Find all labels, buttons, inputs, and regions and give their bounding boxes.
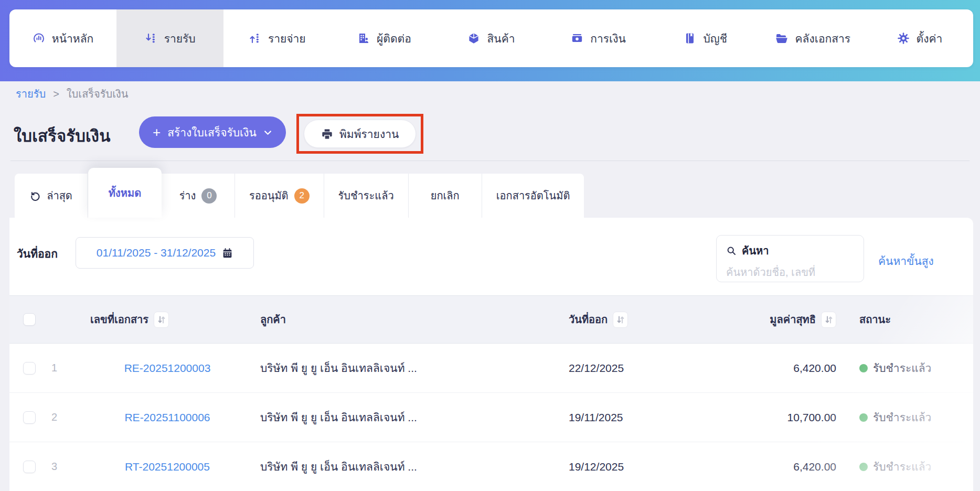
products-icon bbox=[467, 32, 480, 45]
nav-item-accounting[interactable]: บัญชี bbox=[652, 9, 759, 67]
tab-latest[interactable]: ล่าสุด bbox=[15, 174, 88, 218]
document-link[interactable]: RT-20251200005 bbox=[125, 461, 210, 473]
print-report-label: พิมพ์รายงาน bbox=[339, 125, 399, 143]
nav-item-label: รายจ่าย bbox=[268, 30, 306, 47]
net-value: 10,700.00 bbox=[679, 411, 836, 424]
customer-name: บริษัท พี ยู ยู เอ็น อินเทลลิเจนท์ ... bbox=[254, 359, 569, 377]
tab-label: รับชำระแล้ว bbox=[338, 187, 394, 204]
row-checkbox[interactable] bbox=[23, 411, 36, 424]
nav-item-settings[interactable]: ตั้งค่า bbox=[866, 9, 973, 67]
status-dot-icon bbox=[859, 463, 868, 471]
date-range-value: 01/11/2025 - 31/12/2025 bbox=[97, 247, 216, 259]
header-net-value: มูลค่าสุทธิ bbox=[770, 311, 816, 328]
table-header-row: เลขที่เอกสาร ลูกค้า วันที่ออก มูลค่าสุทธ… bbox=[9, 295, 973, 344]
tab-label: เอกสารอัตโนมัติ bbox=[496, 187, 570, 204]
net-value: 6,420.00 bbox=[679, 362, 836, 375]
nav-item-label: ตั้งค่า bbox=[917, 30, 943, 47]
issue-date: 22/12/2025 bbox=[569, 362, 679, 375]
tab-all[interactable]: ทั้งหมด bbox=[88, 168, 162, 218]
nav-item-documents[interactable]: คลังเอกสาร bbox=[759, 9, 866, 67]
accounting-icon bbox=[684, 32, 696, 45]
status-badge: รับชำระแล้ว bbox=[836, 359, 960, 377]
header-doc-no: เลขที่เอกสาร bbox=[90, 311, 148, 328]
advanced-search-link[interactable]: ค้นหาขั้นสูง bbox=[878, 252, 934, 270]
nav-item-label: ผู้ติดต่อ bbox=[377, 30, 411, 47]
sort-icon[interactable] bbox=[613, 312, 628, 328]
document-link[interactable]: RE-20251200003 bbox=[124, 362, 211, 375]
nav-item-label: สินค้า bbox=[487, 30, 515, 47]
header-status: สถานะ bbox=[836, 311, 960, 328]
status-badge: รับชำระแล้ว bbox=[836, 409, 960, 426]
nav-item-finance[interactable]: การเงิน bbox=[545, 9, 652, 67]
row-number: 3 bbox=[46, 461, 81, 473]
draft-count-badge: 0 bbox=[201, 188, 217, 204]
row-checkbox[interactable] bbox=[23, 362, 36, 375]
select-all-checkbox[interactable] bbox=[23, 313, 36, 326]
status-label: รับชำระแล้ว bbox=[873, 359, 931, 377]
page-title: ใบเสร็จรับเงิน bbox=[14, 123, 111, 149]
contacts-icon bbox=[357, 32, 370, 45]
nav-item-expense[interactable]: รายจ่าย bbox=[223, 9, 331, 67]
status-label: รับชำระแล้ว bbox=[873, 458, 931, 475]
nav-item-contacts[interactable]: ผู้ติดต่อ bbox=[331, 9, 438, 67]
customer-name: บริษัท พี ยู ยู เอ็น อินเทลลิเจนท์ ... bbox=[254, 409, 569, 426]
breadcrumb-current: ใบเสร็จรับเงิน bbox=[67, 86, 129, 102]
main-nav: หน้าหลัก รายรับ รายจ่าย ผู้ติดต่อ สินค้า… bbox=[9, 9, 973, 67]
expense-icon bbox=[249, 32, 261, 45]
search-label: ค้นหา bbox=[742, 242, 769, 259]
tab-draft[interactable]: ร่าง 0 bbox=[162, 174, 235, 218]
print-report-button[interactable]: พิมพ์รายงาน bbox=[304, 120, 416, 148]
documents-icon bbox=[775, 32, 789, 45]
search-input[interactable]: ค้นหา ค้นหาด้วยชื่อ, เลขที่ bbox=[716, 235, 864, 282]
section-divider bbox=[10, 161, 970, 161]
tab-cancelled[interactable]: ยกเลิก bbox=[409, 174, 482, 218]
nav-item-label: คลังเอกสาร bbox=[795, 30, 851, 47]
issue-date: 19/12/2025 bbox=[569, 461, 679, 473]
pending-count-badge: 2 bbox=[294, 188, 310, 204]
chevron-down-icon bbox=[263, 128, 272, 137]
nav-item-home[interactable]: หน้าหลัก bbox=[9, 9, 116, 67]
tab-pending-approval[interactable]: รออนุมัติ 2 bbox=[235, 174, 324, 218]
tab-label: ทั้งหมด bbox=[109, 185, 141, 201]
table-row: 2 RE-20251100006 บริษัท พี ยู ยู เอ็น อิ… bbox=[9, 393, 973, 442]
breadcrumb-separator: > bbox=[53, 88, 59, 100]
status-label: รับชำระแล้ว bbox=[873, 409, 931, 426]
sort-icon[interactable] bbox=[821, 312, 836, 328]
income-icon bbox=[145, 32, 157, 45]
status-dot-icon bbox=[859, 364, 868, 372]
printer-icon bbox=[321, 128, 333, 140]
status-dot-icon bbox=[859, 413, 868, 422]
breadcrumb: รายรับ > ใบเสร็จรับเงิน bbox=[16, 86, 129, 102]
nav-item-label: บัญชี bbox=[703, 30, 727, 47]
tab-label: ร่าง bbox=[179, 187, 196, 204]
nav-item-income[interactable]: รายรับ bbox=[116, 9, 223, 67]
documents-table: เลขที่เอกสาร ลูกค้า วันที่ออก มูลค่าสุทธ… bbox=[9, 295, 973, 491]
tab-bar: ล่าสุด ทั้งหมด ร่าง 0 รออนุมัติ 2 รับชำร… bbox=[15, 168, 584, 218]
header-customer: ลูกค้า bbox=[254, 311, 569, 328]
create-receipt-button[interactable]: + สร้างใบเสร็จรับเงิน bbox=[139, 116, 286, 148]
row-number: 1 bbox=[46, 362, 81, 374]
date-range-input[interactable]: 01/11/2025 - 31/12/2025 bbox=[76, 237, 254, 269]
tab-auto-documents[interactable]: เอกสารอัตโนมัติ bbox=[482, 174, 584, 218]
customer-name: บริษัท พี ยู ยู เอ็น อินเทลลิเจนท์ ... bbox=[254, 458, 569, 475]
create-receipt-label: สร้างใบเสร็จรับเงิน bbox=[167, 124, 257, 141]
plus-icon: + bbox=[153, 125, 161, 139]
table-row: 3 RT-20251200005 บริษัท พี ยู ยู เอ็น อิ… bbox=[9, 442, 973, 491]
row-number: 2 bbox=[46, 411, 81, 423]
history-icon bbox=[30, 190, 41, 201]
breadcrumb-parent-link[interactable]: รายรับ bbox=[16, 86, 46, 102]
sort-icon[interactable] bbox=[154, 312, 169, 328]
nav-item-label: การเงิน bbox=[590, 30, 626, 47]
table-row: 1 RE-20251200003 บริษัท พี ยู ยู เอ็น อิ… bbox=[9, 344, 973, 393]
issue-date-filter-label: วันที่ออก bbox=[17, 245, 58, 262]
row-checkbox[interactable] bbox=[23, 461, 36, 473]
tab-label: รออนุมัติ bbox=[249, 187, 289, 204]
tab-paid[interactable]: รับชำระแล้ว bbox=[324, 174, 409, 218]
nav-item-products[interactable]: สินค้า bbox=[438, 9, 545, 67]
content-card: วันที่ออก 01/11/2025 - 31/12/2025 ค้นหา … bbox=[9, 218, 973, 491]
document-link[interactable]: RE-20251100006 bbox=[124, 411, 210, 424]
calendar-icon bbox=[222, 248, 233, 259]
issue-date: 19/11/2025 bbox=[569, 411, 679, 424]
dashboard-icon bbox=[33, 32, 45, 45]
status-badge: รับชำระแล้ว bbox=[836, 458, 960, 475]
